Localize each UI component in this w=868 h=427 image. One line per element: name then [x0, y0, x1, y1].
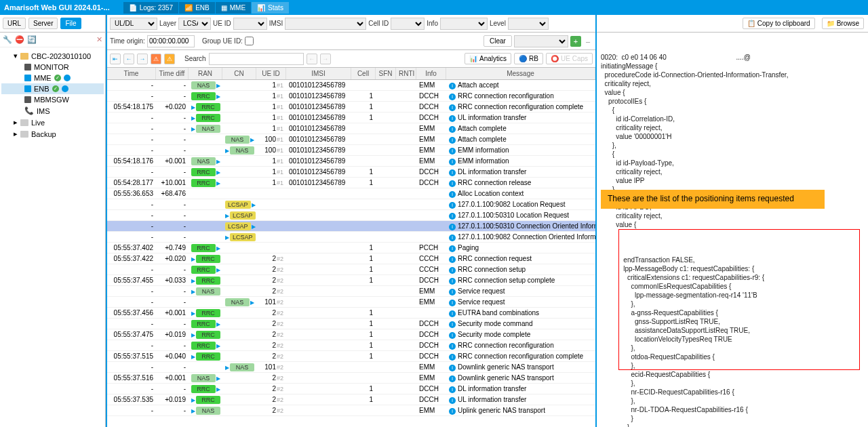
tab-mme[interactable]: ▦ MME — [216, 2, 251, 14]
log-row[interactable]: 05:54:18.175+0.020▶RRC1#1001010123456789… — [107, 102, 595, 113]
tree-mme[interactable]: MME ✓ — [1, 73, 104, 83]
log-row[interactable]: --NAS▶1#1001010123456789EMMiAttach accep… — [107, 80, 595, 91]
wrench-icon[interactable]: 🔧 — [3, 35, 12, 44]
tree-root[interactable]: ▾ CBC-2023010100 — [1, 50, 104, 62]
browse-button[interactable]: 📁 Browse — [822, 18, 864, 29]
log-row[interactable]: 05:54:18.176+0.001NAS▶1#1001010123456789… — [107, 156, 595, 167]
log-row[interactable]: 05:55:37.516+0.001NAS▶2#2EMMiDownlink ge… — [107, 373, 595, 384]
log-row[interactable]: 05:55:37.475+0.019▶RRC2#21DCCHiSecurity … — [107, 329, 595, 340]
log-row[interactable]: --RRC▶2#21DCCHiDL information transfer — [107, 384, 595, 394]
app-title: Amarisoft Web GUI 2024.01-... — [4, 3, 110, 12]
log-row[interactable]: 05:55:36.653+68.476iAlloc Location conte… — [107, 188, 595, 199]
log-row[interactable]: --▶RRC1#10010101234567891DCCHiUL informa… — [107, 113, 595, 123]
imsi-filter[interactable] — [285, 18, 366, 30]
server-button[interactable]: Server — [28, 18, 58, 29]
log-row[interactable]: --▶NAS101#2EMMiDownlink generic NAS tran… — [107, 362, 595, 373]
log-row[interactable]: --LCSAP▶i127.0.1.100:50310 Connection Or… — [107, 221, 595, 232]
copy-button[interactable]: 📋 Copy to clipboard — [743, 18, 815, 29]
clear-button[interactable]: Clear — [484, 35, 512, 47]
tree-backup[interactable]: ▸ Backup — [1, 128, 104, 140]
log-row[interactable]: --RRC▶2#21DCCHiSecurity mode command — [107, 319, 595, 329]
log-row[interactable]: --RRC▶2#21CCCHiRRC connection setup — [107, 264, 595, 275]
log-row[interactable]: --▶LCSAPi127.0.1.100:9082 Connection Ori… — [107, 232, 595, 243]
nav-warn[interactable]: ⚠ — [151, 54, 161, 64]
nav-next[interactable]: → — [137, 54, 148, 64]
log-row[interactable]: --▶LCSAPi127.0.1.100:50310 Location Requ… — [107, 210, 595, 221]
refresh-icon[interactable]: 🔄 — [27, 35, 37, 44]
left-panel: URL Server File 🔧 ⛔ 🔄 ✕ ▾ CBC-2023010100… — [0, 15, 106, 427]
delete-icon[interactable]: ⛔ — [15, 35, 24, 44]
log-row[interactable]: 05:54:28.177+10.001RRC▶1#100101012345678… — [107, 178, 595, 188]
cellid-filter[interactable] — [391, 18, 425, 30]
tab-logs[interactable]: 📄 Logs: 2357 — [123, 2, 179, 14]
search-next[interactable]: → — [320, 54, 331, 64]
file-button[interactable]: File — [60, 18, 81, 29]
log-header: Time Time diff RAN CN UE ID IMSI Cell SF… — [107, 68, 595, 80]
log-row[interactable]: --RRC▶1#10010101234567891DCCHiRRC connec… — [107, 91, 595, 102]
search-input[interactable] — [209, 53, 304, 65]
log-row[interactable]: --▶NAS2#2EMMiUplink generic NAS transpor… — [107, 405, 595, 416]
add-button[interactable]: + — [570, 36, 581, 47]
close-icon[interactable]: ✕ — [96, 35, 102, 44]
code-area[interactable]: 0020: c0 e0 14 06 40 ....@ initiatingMes… — [597, 33, 868, 427]
tab-enb[interactable]: 📶 ENB — [179, 2, 215, 14]
log-row[interactable]: 05:55:37.455+0.033▶RRC2#21DCCHiRRC conne… — [107, 275, 595, 286]
log-row[interactable]: 05:55:37.535+0.019▶RRC2#21DCCHiUL inform… — [107, 394, 595, 405]
log-row[interactable]: --▶NAS2#2EMMiService request — [107, 286, 595, 297]
titlebar: Amarisoft Web GUI 2024.01-... 📄 Logs: 23… — [0, 0, 868, 15]
log-row[interactable]: --NAS▶101#2EMMiService request — [107, 297, 595, 308]
log-row[interactable]: --▶NAS1#1001010123456789EMMiAttach compl… — [107, 123, 595, 134]
uldl-filter[interactable]: UL/DL — [110, 18, 157, 30]
minus-button[interactable]: – — [583, 37, 593, 45]
uecaps-button: ⭕ UE Caps — [546, 53, 593, 64]
log-row[interactable]: --▶NAS100#1001010123456789EMMiEMM inform… — [107, 145, 595, 156]
nav-prev[interactable]: ← — [123, 54, 134, 64]
group-ueid-checkbox[interactable] — [245, 37, 254, 45]
ueid-filter[interactable] — [233, 18, 267, 30]
log-row[interactable]: --RRC▶1#10010101234567891DCCHiDL informa… — [107, 167, 595, 178]
log-row[interactable]: --RRC▶2#21DCCHiRRC connection reconfigur… — [107, 340, 595, 351]
tree-ims[interactable]: 📞 IMS — [1, 105, 104, 117]
layer-filter[interactable]: LCSA — [178, 18, 211, 30]
nav-first[interactable]: ⇤ — [110, 54, 121, 64]
log-row[interactable]: --LCSAP▶i127.0.1.100:9082 Location Reque… — [107, 199, 595, 210]
rb-button[interactable]: 🔵 RB — [514, 53, 543, 64]
analytics-button[interactable]: 📊 Analytics — [465, 53, 511, 64]
level-filter[interactable] — [508, 18, 549, 30]
log-row[interactable]: 05:55:37.515+0.040▶RRC2#21DCCHiRRC conne… — [107, 351, 595, 362]
right-panel: 📋 Copy to clipboard 📁 Browse 0020: c0 e0… — [597, 15, 868, 427]
tree-live[interactable]: ▸ Live — [1, 117, 104, 128]
center-panel: UL/DL Layer LCSA UE ID IMSI Cell ID Info… — [106, 15, 597, 427]
tree-enb[interactable]: ENB ✓ — [1, 83, 104, 94]
time-origin-input[interactable] — [147, 35, 195, 47]
log-row[interactable]: 05:55:37.422+0.020▶RRC2#21CCCHiRRC conne… — [107, 253, 595, 264]
clear-select[interactable] — [514, 35, 568, 47]
nav-error[interactable]: ⚠ — [164, 54, 175, 64]
top-tabs: 📄 Logs: 2357 📶 ENB ▦ MME 📊 Stats — [123, 2, 290, 14]
log-row[interactable]: 05:55:37.402+0.749RRC▶1PCCHiPaging — [107, 243, 595, 253]
log-row[interactable]: --NAS▶100#1001010123456789EMMiAttach com… — [107, 134, 595, 145]
tree-mbmsgw[interactable]: MBMSGW — [1, 94, 104, 105]
tab-stats[interactable]: 📊 Stats — [252, 2, 289, 14]
info-filter[interactable] — [440, 18, 488, 30]
annotation-callout: These are the list of the positioning it… — [601, 190, 825, 209]
url-button[interactable]: URL — [3, 18, 26, 29]
tree-monitor[interactable]: MONITOR — [1, 62, 104, 73]
log-body[interactable]: --NAS▶1#1001010123456789EMMiAttach accep… — [107, 80, 595, 427]
file-tree: ▾ CBC-2023010100 MONITOR MME ✓ ENB ✓ MBM… — [0, 47, 105, 142]
log-row[interactable]: 05:55:37.456+0.001▶RRC2#21iEUTRA band co… — [107, 308, 595, 319]
search-prev[interactable]: ← — [307, 54, 317, 64]
filter-row: UL/DL Layer LCSA UE ID IMSI Cell ID Info… — [107, 15, 595, 33]
highlight-box — [618, 229, 860, 370]
